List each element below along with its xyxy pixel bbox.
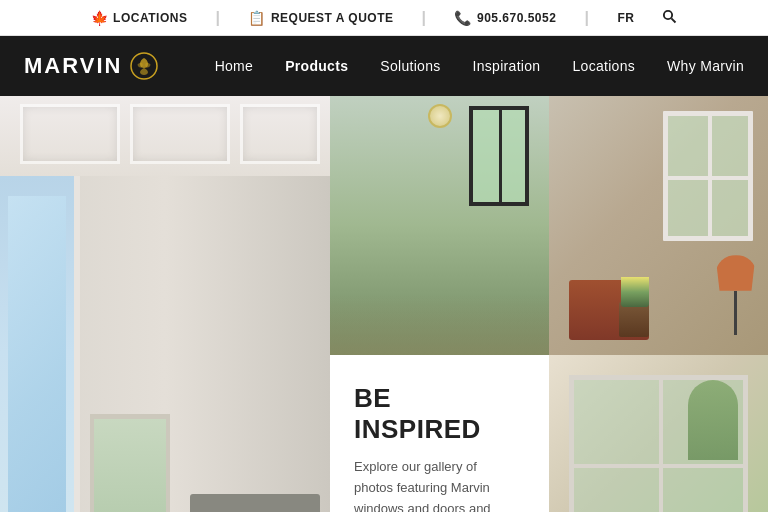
stair-window-bar — [499, 110, 502, 202]
door-bar-h — [574, 464, 743, 468]
living-window — [663, 111, 753, 241]
phone-link[interactable]: 📞 905.670.5052 — [454, 10, 556, 26]
logo-text: MARVIN — [24, 53, 122, 79]
nav-link-solutions[interactable]: Solutions — [380, 58, 440, 74]
room-scene — [0, 96, 330, 512]
nav-link-home[interactable]: Home — [215, 58, 254, 74]
divider-2: | — [422, 9, 427, 27]
search-icon[interactable] — [662, 9, 677, 27]
svg-point-0 — [664, 10, 672, 18]
window-bar-v — [708, 116, 712, 236]
nav-link-inspiration[interactable]: Inspiration — [473, 58, 541, 74]
language-toggle[interactable]: FR — [617, 11, 634, 25]
back-door-opening — [90, 414, 170, 512]
utility-bar: 🍁 LOCATIONS | 📋 REQUEST A QUOTE | 📞 905.… — [0, 0, 768, 36]
side-table — [619, 302, 649, 337]
logo[interactable]: MARVIN — [24, 52, 158, 80]
ceiling-coffer-3 — [240, 104, 320, 164]
nav-link-products[interactable]: Products — [285, 58, 348, 74]
locations-label: LOCATIONS — [113, 11, 187, 25]
request-quote-link[interactable]: 📋 REQUEST A QUOTE — [248, 10, 393, 26]
side-window — [0, 176, 80, 512]
nav-item-inspiration[interactable]: Inspiration — [473, 57, 541, 75]
living-room-photo — [549, 96, 768, 355]
lamp-shade — [716, 255, 756, 291]
phone-number: 905.670.5052 — [477, 11, 556, 25]
nav-item-home[interactable]: Home — [215, 57, 254, 75]
stair-railing — [330, 295, 549, 355]
nav-item-products[interactable]: Products — [285, 57, 348, 75]
divider-3: | — [584, 9, 589, 27]
request-quote-label: REQUEST A QUOTE — [271, 11, 394, 25]
door-bar-v — [659, 380, 663, 512]
stair-window — [469, 106, 529, 206]
logo-rose-icon — [130, 52, 158, 80]
lamp-pole — [734, 291, 737, 335]
patio-photo — [549, 355, 768, 512]
nav-item-solutions[interactable]: Solutions — [380, 57, 440, 75]
ceiling-coffer-2 — [130, 104, 230, 164]
staircase-scene — [330, 96, 549, 355]
nav-item-why-marvin[interactable]: Why Marvin — [667, 57, 744, 75]
nav-item-locations[interactable]: Locations — [572, 57, 635, 75]
be-inspired-panel: BE INSPIRED Explore our gallery of photo… — [330, 355, 549, 512]
nav-links: Home Products Solutions Inspiration Loca… — [215, 57, 744, 75]
ceiling — [0, 96, 330, 176]
nav-link-why-marvin[interactable]: Why Marvin — [667, 58, 744, 74]
hero-left-photo — [0, 96, 330, 512]
hero-right-grid: BE INSPIRED Explore our gallery of photo… — [330, 96, 768, 512]
floor-lamp — [723, 255, 748, 335]
flower-arrangement — [621, 277, 649, 307]
hero-section: BE INSPIRED Explore our gallery of photo… — [0, 96, 768, 512]
staircase-photo — [330, 96, 549, 355]
be-inspired-title: BE INSPIRED — [354, 383, 519, 445]
ceiling-coffer-1 — [20, 104, 120, 164]
patio-scene — [549, 355, 768, 512]
window-pane — [8, 196, 66, 512]
svg-line-1 — [672, 18, 676, 22]
nav-link-locations[interactable]: Locations — [572, 58, 635, 74]
outdoor-tree — [688, 380, 738, 460]
phone-icon: 📞 — [454, 10, 472, 26]
language-label: FR — [617, 11, 634, 25]
flag-icon: 🍁 — [91, 10, 109, 26]
locations-link[interactable]: 🍁 LOCATIONS — [91, 10, 188, 26]
be-inspired-description: Explore our gallery of photos featuring … — [354, 457, 519, 512]
main-nav: MARVIN Home Products Solutions Inspirati… — [0, 36, 768, 96]
ceiling-light — [428, 104, 452, 128]
divider-1: | — [215, 9, 220, 27]
quote-icon: 📋 — [248, 10, 266, 26]
sofa-back — [190, 494, 320, 512]
living-scene — [549, 96, 768, 355]
